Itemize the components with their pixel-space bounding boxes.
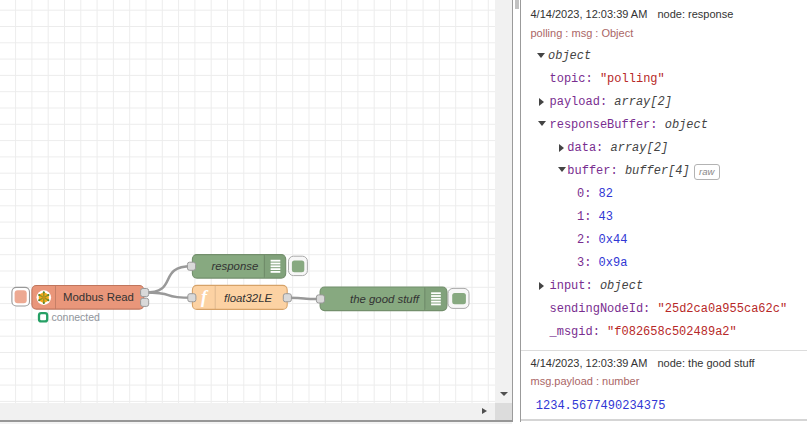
svg-text:float32LE: float32LE [224, 292, 273, 304]
svg-text:the good stuff: the good stuff [350, 293, 421, 305]
svg-text:Modbus Read: Modbus Read [63, 291, 134, 303]
svg-text:response: response [211, 260, 258, 272]
svg-text:connected: connected [52, 311, 101, 323]
